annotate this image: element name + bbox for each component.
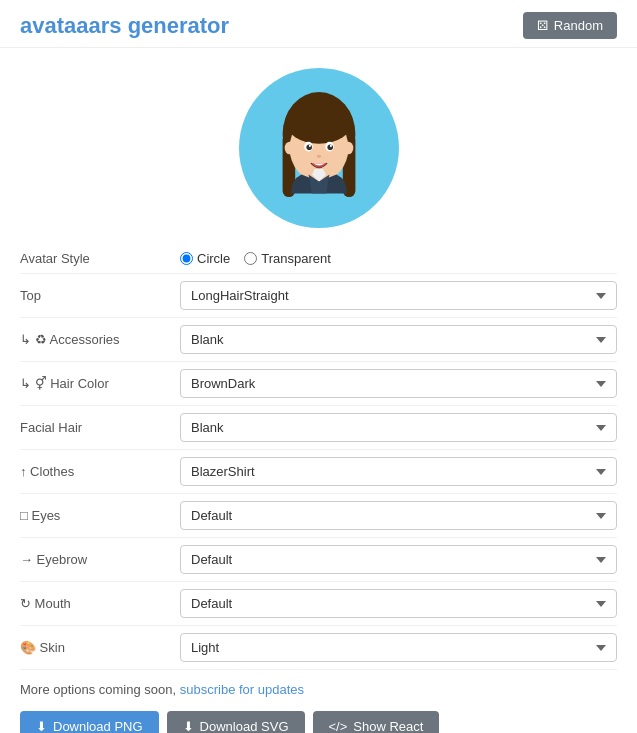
skin-control: TannedYellowPaleLightBrownDarkBrownBlack — [180, 633, 617, 662]
skin-select[interactable]: TannedYellowPaleLightBrownDarkBrownBlack — [180, 633, 617, 662]
random-icon: ⚄ — [537, 18, 548, 33]
svg-point-11 — [316, 155, 320, 158]
avatar-style-row: Avatar Style Circle Transparent — [20, 244, 617, 274]
circle-radio[interactable] — [180, 252, 193, 265]
accessories-select[interactable]: BlankKurtPrescription01Prescription02Rou… — [180, 325, 617, 354]
eyebrow-select[interactable]: AngryAngryNaturalDefaultDefaultNaturalFl… — [180, 545, 617, 574]
mouth-row: ↻ MouthConcernedDefaultDisbeliefEatingGr… — [20, 582, 617, 626]
top-select[interactable]: LongHairStraightLongHairStraightStrandSh… — [180, 281, 617, 310]
transparent-label: Transparent — [261, 251, 331, 266]
eyes-row: □ EyesCloseCryDefaultDizzyEyeRollHappyHe… — [20, 494, 617, 538]
avatar-image — [249, 78, 389, 218]
transparent-radio[interactable] — [244, 252, 257, 265]
footer-text: More options coming soon, subscribe for … — [0, 670, 637, 705]
top-row: TopLongHairStraightLongHairStraightStran… — [20, 274, 617, 318]
accessories-row: ↳ ♻ AccessoriesBlankKurtPrescription01Pr… — [20, 318, 617, 362]
svg-point-4 — [285, 99, 352, 144]
show-react-label: Show React — [353, 719, 423, 733]
avatar-display — [0, 48, 637, 244]
mouth-control: ConcernedDefaultDisbeliefEatingGrimaceSa… — [180, 589, 617, 618]
svg-point-13 — [343, 142, 353, 155]
svg-point-9 — [308, 145, 310, 147]
avatar-style-label: Avatar Style — [20, 251, 180, 266]
circle-radio-label[interactable]: Circle — [180, 251, 230, 266]
facial-hair-label: Facial Hair — [20, 420, 180, 435]
eyebrow-control: AngryAngryNaturalDefaultDefaultNaturalFl… — [180, 545, 617, 574]
facial-hair-control: BlankBeardLightBeardMagesticBeardMediumM… — [180, 413, 617, 442]
facial-hair-row: Facial HairBlankBeardLightBeardMagesticB… — [20, 406, 617, 450]
download-svg-button[interactable]: ⬇ Download SVG — [167, 711, 305, 733]
hair-color-select[interactable]: AuburnBlackBlondeBlondeGoldenBrownBrownD… — [180, 369, 617, 398]
clothes-row: ↑ ClothesBlazerShirtBlazerSweaterCollarS… — [20, 450, 617, 494]
accessories-control: BlankKurtPrescription01Prescription02Rou… — [180, 325, 617, 354]
clothes-control: BlazerShirtBlazerSweaterCollarSweaterGra… — [180, 457, 617, 486]
eyes-control: CloseCryDefaultDizzyEyeRollHappyHeartsSi… — [180, 501, 617, 530]
download-png-button[interactable]: ⬇ Download PNG — [20, 711, 159, 733]
header: avataaars generator ⚄ Random — [0, 0, 637, 48]
download-svg-label: Download SVG — [200, 719, 289, 733]
show-react-button[interactable]: </> Show React — [313, 711, 440, 733]
facial-hair-select[interactable]: BlankBeardLightBeardMagesticBeardMediumM… — [180, 413, 617, 442]
react-icon: </> — [329, 719, 348, 733]
download-svg-icon: ⬇ — [183, 719, 194, 733]
subscribe-link[interactable]: subscribe for updates — [180, 682, 304, 697]
avatar-circle — [239, 68, 399, 228]
eyebrow-label: → Eyebrow — [20, 552, 180, 567]
action-buttons: ⬇ Download PNG ⬇ Download SVG </> Show R… — [0, 705, 637, 733]
clothes-select[interactable]: BlazerShirtBlazerSweaterCollarSweaterGra… — [180, 457, 617, 486]
hair-color-label: ↳ ⚥ Hair Color — [20, 376, 180, 391]
avatar-style-control: Circle Transparent — [180, 251, 617, 266]
mouth-label: ↻ Mouth — [20, 596, 180, 611]
eyes-label: □ Eyes — [20, 508, 180, 523]
transparent-radio-label[interactable]: Transparent — [244, 251, 331, 266]
footer-message: More options coming soon, — [20, 682, 176, 697]
skin-row: 🎨 SkinTannedYellowPaleLightBrownDarkBrow… — [20, 626, 617, 670]
circle-label: Circle — [197, 251, 230, 266]
options-table: Avatar Style Circle Transparent TopLongH… — [0, 244, 637, 670]
clothes-label: ↑ Clothes — [20, 464, 180, 479]
random-button-label: Random — [554, 18, 603, 33]
hair-color-control: AuburnBlackBlondeBlondeGoldenBrownBrownD… — [180, 369, 617, 398]
top-label: Top — [20, 288, 180, 303]
download-png-label: Download PNG — [53, 719, 143, 733]
download-icon: ⬇ — [36, 719, 47, 733]
top-control: LongHairStraightLongHairStraightStrandSh… — [180, 281, 617, 310]
svg-point-12 — [284, 142, 294, 155]
dynamic-rows: TopLongHairStraightLongHairStraightStran… — [20, 274, 617, 670]
eyes-select[interactable]: CloseCryDefaultDizzyEyeRollHappyHeartsSi… — [180, 501, 617, 530]
app-title: avataaars generator — [20, 13, 229, 39]
eyebrow-row: → EyebrowAngryAngryNaturalDefaultDefault… — [20, 538, 617, 582]
random-button[interactable]: ⚄ Random — [523, 12, 617, 39]
accessories-label: ↳ ♻ Accessories — [20, 332, 180, 347]
skin-label: 🎨 Skin — [20, 640, 180, 655]
svg-point-10 — [329, 145, 331, 147]
mouth-select[interactable]: ConcernedDefaultDisbeliefEatingGrimaceSa… — [180, 589, 617, 618]
hair-color-row: ↳ ⚥ Hair ColorAuburnBlackBlondeBlondeGol… — [20, 362, 617, 406]
